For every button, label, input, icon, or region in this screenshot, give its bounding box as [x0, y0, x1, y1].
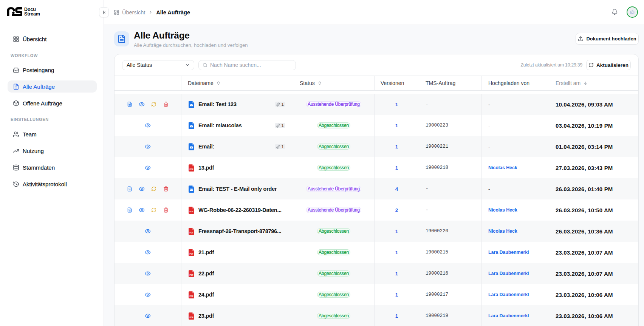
svg-text:PDF: PDF: [189, 231, 193, 233]
svg-text:PDF: PDF: [189, 316, 193, 318]
svg-text:PDF: PDF: [189, 295, 193, 297]
svg-text:PDF: PDF: [189, 252, 193, 255]
svg-text:PDF: PDF: [189, 273, 193, 276]
svg-text:PDF: PDF: [189, 168, 193, 170]
svg-text:PDF: PDF: [189, 210, 193, 212]
